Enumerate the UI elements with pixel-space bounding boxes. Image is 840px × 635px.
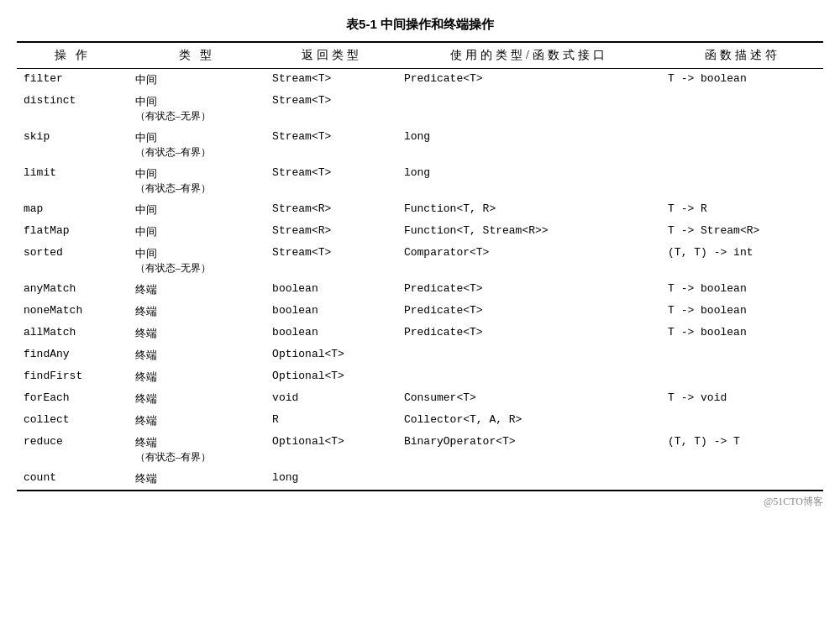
cell-op-name: findFirst xyxy=(17,366,129,388)
cell-type: 中间 xyxy=(129,199,265,221)
cell-func-desc xyxy=(661,127,823,163)
col-header-used: 使用的类型/函数式接口 xyxy=(397,42,661,69)
col-header-type: 类 型 xyxy=(129,42,265,69)
table-row: filter中间Stream<T>Predicate<T>T -> boolea… xyxy=(17,69,823,92)
table-row: collect终端RCollector<T, A, R> xyxy=(17,410,823,432)
cell-func-desc xyxy=(661,91,823,127)
cell-used-type: Predicate<T> xyxy=(397,323,661,344)
table-row: sorted中间（有状态–无界）Stream<T>Comparator<T>(T… xyxy=(17,243,823,279)
cell-return-type: Stream<T> xyxy=(265,163,397,199)
cell-func-desc: T -> boolean xyxy=(661,279,823,301)
table-row: findAny终端Optional<T> xyxy=(17,344,823,366)
cell-op-name: anyMatch xyxy=(17,279,129,301)
cell-return-type: Stream<T> xyxy=(265,243,397,279)
col-header-return: 返回类型 xyxy=(265,42,397,69)
table-title: 表5-1 中间操作和终端操作 xyxy=(17,17,823,33)
watermark: @51CTO博客 xyxy=(17,495,823,509)
cell-type: 中间（有状态–无界） xyxy=(129,243,265,279)
table-row: findFirst终端Optional<T> xyxy=(17,366,823,388)
cell-used-type xyxy=(397,366,661,388)
cell-op-name: map xyxy=(17,199,129,221)
cell-op-name: findAny xyxy=(17,344,129,366)
cell-op-name: collect xyxy=(17,410,129,432)
cell-return-type: R xyxy=(265,410,397,432)
cell-func-desc: T -> boolean xyxy=(661,323,823,344)
table-header-row: 操 作 类 型 返回类型 使用的类型/函数式接口 函数描述符 xyxy=(17,42,823,69)
cell-type: 终端 xyxy=(129,468,265,491)
table-row: map中间Stream<R>Function<T, R>T -> R xyxy=(17,199,823,221)
cell-type: 终端 xyxy=(129,279,265,301)
cell-type: 终端 xyxy=(129,323,265,344)
cell-used-type xyxy=(397,91,661,127)
cell-type: 终端（有状态–有界） xyxy=(129,432,265,468)
cell-op-name: count xyxy=(17,468,129,491)
cell-func-desc xyxy=(661,366,823,388)
table-row: anyMatch终端booleanPredicate<T>T -> boolea… xyxy=(17,279,823,301)
cell-return-type: boolean xyxy=(265,323,397,344)
cell-type: 终端 xyxy=(129,388,265,410)
cell-return-type: Stream<T> xyxy=(265,69,397,92)
cell-op-name: sorted xyxy=(17,243,129,279)
table-row: allMatch终端booleanPredicate<T>T -> boolea… xyxy=(17,323,823,344)
main-table: 操 作 类 型 返回类型 使用的类型/函数式接口 函数描述符 filter中间S… xyxy=(17,41,823,491)
cell-type: 终端 xyxy=(129,366,265,388)
cell-op-name: limit xyxy=(17,163,129,199)
cell-used-type: Predicate<T> xyxy=(397,69,661,92)
cell-used-type: BinaryOperator<T> xyxy=(397,432,661,468)
cell-return-type: boolean xyxy=(265,301,397,323)
cell-used-type: long xyxy=(397,127,661,163)
cell-op-name: skip xyxy=(17,127,129,163)
cell-op-name: forEach xyxy=(17,388,129,410)
cell-return-type: Optional<T> xyxy=(265,432,397,468)
cell-used-type: Predicate<T> xyxy=(397,279,661,301)
cell-func-desc xyxy=(661,344,823,366)
cell-func-desc: T -> boolean xyxy=(661,301,823,323)
cell-func-desc: T -> void xyxy=(661,388,823,410)
table-row: flatMap中间Stream<R>Function<T, Stream<R>>… xyxy=(17,221,823,243)
cell-func-desc xyxy=(661,163,823,199)
cell-func-desc: T -> Stream<R> xyxy=(661,221,823,243)
cell-type: 终端 xyxy=(129,410,265,432)
cell-return-type: Stream<R> xyxy=(265,221,397,243)
cell-op-name: noneMatch xyxy=(17,301,129,323)
cell-func-desc xyxy=(661,468,823,491)
cell-return-type: Optional<T> xyxy=(265,344,397,366)
cell-used-type: Function<T, R> xyxy=(397,199,661,221)
cell-func-desc: T -> R xyxy=(661,199,823,221)
cell-used-type: long xyxy=(397,163,661,199)
cell-type: 中间 xyxy=(129,221,265,243)
cell-op-name: reduce xyxy=(17,432,129,468)
cell-op-name: allMatch xyxy=(17,323,129,344)
cell-used-type: Predicate<T> xyxy=(397,301,661,323)
table-row: limit中间（有状态–有界）Stream<T>long xyxy=(17,163,823,199)
cell-used-type xyxy=(397,344,661,366)
cell-return-type: Stream<R> xyxy=(265,199,397,221)
cell-return-type: Stream<T> xyxy=(265,91,397,127)
cell-type: 终端 xyxy=(129,344,265,366)
table-row: forEach终端voidConsumer<T>T -> void xyxy=(17,388,823,410)
cell-used-type xyxy=(397,468,661,491)
cell-func-desc xyxy=(661,410,823,432)
cell-used-type: Function<T, Stream<R>> xyxy=(397,221,661,243)
table-row: noneMatch终端booleanPredicate<T>T -> boole… xyxy=(17,301,823,323)
table-row: skip中间（有状态–有界）Stream<T>long xyxy=(17,127,823,163)
cell-func-desc: T -> boolean xyxy=(661,69,823,92)
cell-func-desc: (T, T) -> int xyxy=(661,243,823,279)
table-row: reduce终端（有状态–有界）Optional<T>BinaryOperato… xyxy=(17,432,823,468)
cell-return-type: void xyxy=(265,388,397,410)
cell-used-type: Comparator<T> xyxy=(397,243,661,279)
cell-type: 中间 xyxy=(129,69,265,92)
cell-type: 中间（有状态–有界） xyxy=(129,127,265,163)
cell-op-name: distinct xyxy=(17,91,129,127)
cell-type: 中间（有状态–无界） xyxy=(129,91,265,127)
cell-used-type: Consumer<T> xyxy=(397,388,661,410)
col-header-desc: 函数描述符 xyxy=(661,42,823,69)
cell-type: 终端 xyxy=(129,301,265,323)
cell-op-name: flatMap xyxy=(17,221,129,243)
cell-return-type: Stream<T> xyxy=(265,127,397,163)
table-row: distinct中间（有状态–无界）Stream<T> xyxy=(17,91,823,127)
cell-return-type: long xyxy=(265,468,397,491)
cell-used-type: Collector<T, A, R> xyxy=(397,410,661,432)
cell-return-type: Optional<T> xyxy=(265,366,397,388)
page-container: 表5-1 中间操作和终端操作 操 作 类 型 返回类型 使用的类型/函数式接口 … xyxy=(17,17,823,509)
